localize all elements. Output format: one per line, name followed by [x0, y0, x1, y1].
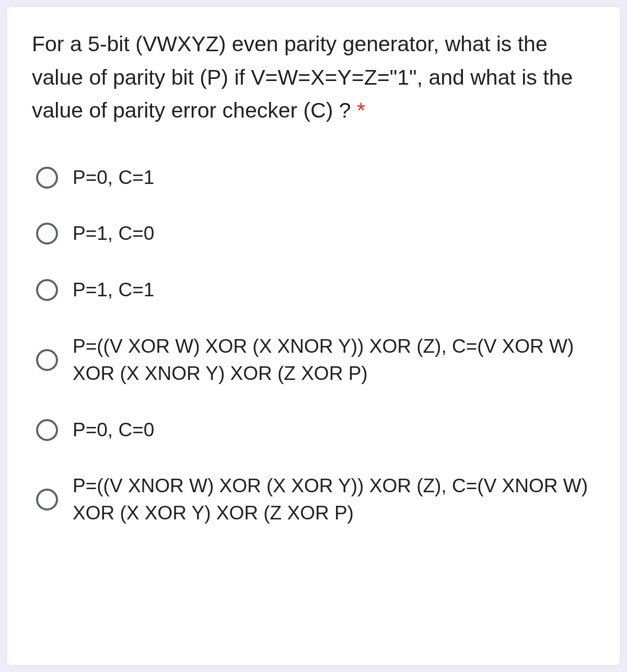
- option-5[interactable]: P=((V XNOR W) XOR (X XOR Y)) XOR (Z), C=…: [36, 472, 595, 527]
- question-card: For a 5-bit (VWXYZ) even parity generato…: [6, 6, 621, 666]
- question-text: For a 5-bit (VWXYZ) even parity generato…: [32, 32, 573, 122]
- option-2[interactable]: P=1, C=1: [36, 276, 595, 304]
- radio-icon: [36, 419, 58, 441]
- options-list: P=0, C=1 P=1, C=0 P=1, C=1 P=((V XOR W) …: [32, 164, 595, 527]
- option-1[interactable]: P=1, C=0: [36, 220, 595, 247]
- option-label: P=1, C=1: [73, 276, 154, 304]
- required-asterisk: *: [357, 98, 365, 122]
- option-0[interactable]: P=0, C=1: [36, 164, 595, 191]
- option-4[interactable]: P=0, C=0: [36, 416, 595, 444]
- radio-icon: [36, 167, 58, 189]
- option-label: P=((V XOR W) XOR (X XNOR Y)) XOR (Z), C=…: [73, 333, 595, 387]
- question-text-container: For a 5-bit (VWXYZ) even parity generato…: [32, 28, 595, 128]
- option-3[interactable]: P=((V XOR W) XOR (X XNOR Y)) XOR (Z), C=…: [36, 333, 595, 387]
- option-label: P=1, C=0: [73, 220, 154, 247]
- option-label: P=((V XNOR W) XOR (X XOR Y)) XOR (Z), C=…: [73, 472, 595, 527]
- radio-icon: [36, 279, 58, 301]
- radio-icon: [36, 489, 58, 511]
- radio-icon: [36, 349, 58, 371]
- option-label: P=0, C=1: [73, 164, 154, 191]
- option-label: P=0, C=0: [73, 416, 154, 444]
- radio-icon: [36, 223, 58, 245]
